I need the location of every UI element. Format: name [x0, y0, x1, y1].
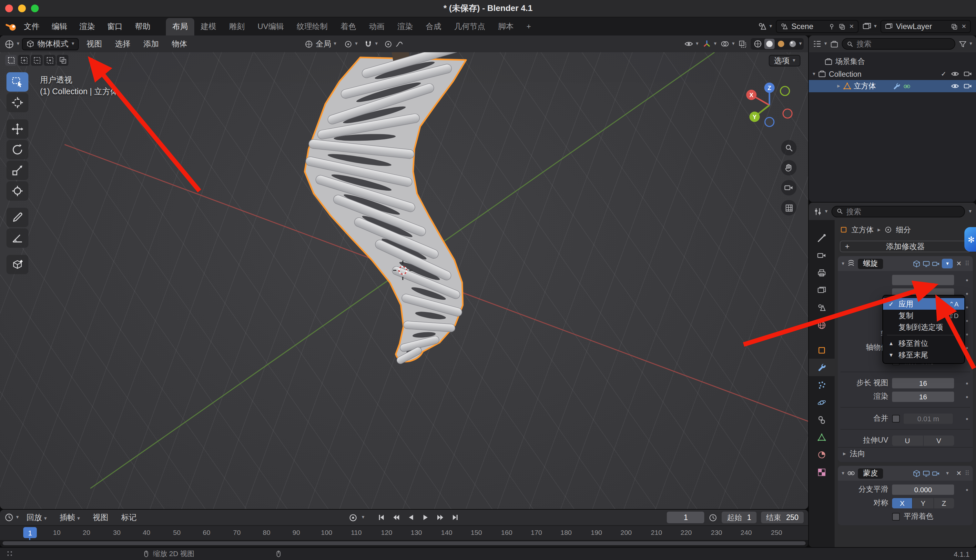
merge-distance-field[interactable]: 0.01 m — [904, 413, 953, 423]
select-mode-intersect[interactable] — [57, 55, 68, 66]
tool-move[interactable] — [7, 119, 28, 139]
branch-smoothing-field[interactable]: 0.000 — [892, 484, 954, 495]
playhead-badge[interactable]: 1 — [23, 527, 37, 538]
tab-physics[interactable] — [809, 393, 835, 411]
animate-dot[interactable]: • — [966, 289, 968, 297]
properties-editor-type-button[interactable]: ▾ — [813, 207, 828, 216]
collection-render-camera-icon[interactable] — [964, 70, 972, 78]
animate-dot[interactable]: • — [966, 276, 968, 283]
workspace-tab-layout[interactable]: 布局 — [166, 18, 194, 35]
shading-wireframe-button[interactable] — [752, 39, 763, 49]
skin-editmode-toggle-icon[interactable] — [913, 469, 921, 477]
zoom-button[interactable] — [781, 140, 797, 155]
proportional-edit-toggle[interactable] — [384, 40, 392, 48]
camera-view-button[interactable] — [781, 180, 797, 195]
scene-selector[interactable]: Scene ✕ — [776, 20, 859, 33]
merge-checkbox[interactable] — [892, 415, 900, 422]
tab-output[interactable] — [809, 264, 835, 281]
menu-item-copy-to-selected[interactable]: 复制到选定项 — [883, 321, 964, 333]
breadcrumb-object[interactable]: 立方体 — [851, 225, 874, 235]
jump-to-start-button[interactable] — [375, 512, 387, 523]
workspace-tab-add[interactable]: + — [520, 19, 537, 34]
workspace-tab-scripting[interactable]: 脚本 — [492, 18, 520, 35]
normals-subpanel[interactable]: ▸ 法向 — [838, 447, 973, 460]
stretch-u-button[interactable]: U — [892, 435, 923, 445]
tool-select-box[interactable] — [7, 72, 28, 92]
menu-item-move-to-last[interactable]: ▼ 移至末尾 — [883, 349, 964, 361]
menu-edit[interactable]: 编辑 — [46, 19, 73, 34]
current-frame-field[interactable]: 1 — [667, 512, 704, 523]
tab-object[interactable] — [809, 341, 835, 359]
overlays-toggle[interactable]: ▾ — [721, 39, 734, 48]
shading-dropdown[interactable]: ▾ — [799, 41, 802, 47]
ortho-toggle-button[interactable] — [781, 200, 797, 215]
animate-dot[interactable]: • — [966, 393, 968, 400]
pan-button[interactable] — [781, 160, 797, 175]
symmetry-x-button[interactable]: X — [892, 498, 913, 508]
tab-tool[interactable] — [809, 229, 835, 247]
viewport-menu-select[interactable]: 选择 — [110, 37, 135, 51]
tool-measure[interactable] — [7, 228, 28, 248]
cube-skin-data-icon[interactable] — [903, 82, 911, 90]
xray-toggle[interactable] — [739, 40, 747, 48]
delete-viewlayer-icon[interactable]: ✕ — [961, 23, 966, 30]
animate-dot[interactable]: • — [966, 485, 968, 493]
shading-material-button[interactable] — [776, 39, 786, 49]
shading-solid-button[interactable] — [764, 39, 774, 49]
cube-render-camera-icon[interactable] — [964, 82, 972, 90]
next-keyframe-button[interactable] — [434, 512, 446, 523]
tool-scale[interactable] — [7, 161, 28, 180]
shading-rendered-button[interactable] — [787, 39, 798, 49]
workspace-tab-geometrynodes[interactable]: 几何节点 — [448, 18, 492, 35]
menu-item-duplicate[interactable]: 复制 ⇧D — [883, 310, 964, 321]
animate-dot[interactable]: • — [966, 330, 968, 338]
copy-viewlayer-icon[interactable] — [951, 23, 958, 30]
snap-toggle[interactable]: ▾ — [364, 40, 378, 48]
viewlayer-selector[interactable]: ViewLayer ✕ — [881, 20, 971, 33]
gizmos-toggle[interactable]: ▾ — [702, 39, 716, 48]
screw-modifier-name[interactable]: 螺旋 — [858, 258, 883, 269]
skin-collapse-icon[interactable]: ▾ — [842, 471, 844, 476]
floating-app-badge[interactable]: ✻ — [964, 227, 976, 252]
tab-material[interactable] — [809, 446, 835, 463]
symmetry-y-button[interactable]: Y — [913, 498, 933, 508]
screw-extras-dropdown[interactable]: ▾ — [942, 259, 953, 268]
skin-extras-dropdown[interactable]: ▾ — [942, 468, 953, 478]
workspace-tab-modeling[interactable]: 建模 — [194, 18, 223, 35]
tool-cursor[interactable] — [7, 93, 28, 112]
stretch-v-button[interactable]: V — [923, 435, 954, 445]
outliner-row-collection[interactable]: ▾ Collection ✓ — [809, 68, 976, 80]
cube-modifier-wrench-icon[interactable] — [893, 82, 901, 90]
skin-modifier-header[interactable]: ▾ 蒙皮 ▾ ✕ ⠿ — [838, 466, 973, 481]
use-preview-range-icon[interactable] — [709, 513, 717, 522]
collection-hide-eye-icon[interactable] — [951, 70, 959, 78]
blender-logo-icon[interactable] — [5, 20, 17, 33]
timeline-menu-view[interactable]: 视图 — [87, 511, 113, 524]
timeline-menu-marker[interactable]: 标记 — [116, 511, 142, 524]
copy-scene-icon[interactable] — [839, 23, 846, 30]
transform-orientation[interactable]: 全局 ▾ — [305, 38, 336, 49]
pivot-point-button[interactable]: ▾ — [344, 40, 358, 48]
skin-realtime-toggle-icon[interactable] — [923, 469, 931, 477]
timeline-menu-playback[interactable]: 回放 ▾ — [21, 511, 52, 524]
animate-dot[interactable]: • — [966, 317, 968, 324]
symmetry-z-button[interactable]: Z — [934, 498, 954, 508]
viewlayer-browse-icon[interactable]: ▾ — [863, 22, 877, 31]
viewport-menu-add[interactable]: 添加 — [138, 37, 164, 51]
tab-scene[interactable] — [809, 299, 835, 316]
auto-keying-button[interactable] — [347, 512, 359, 523]
tab-texture[interactable] — [809, 463, 835, 481]
animate-dot[interactable]: • — [966, 415, 968, 422]
maximize-window-button[interactable] — [31, 5, 39, 12]
animate-dot[interactable]: • — [966, 379, 968, 387]
tab-particles[interactable] — [809, 376, 835, 393]
minimize-window-button[interactable] — [18, 5, 26, 12]
frame-end-field[interactable]: 结束250 — [761, 512, 804, 523]
workspace-tab-texturepaint[interactable]: 纹理绘制 — [290, 18, 334, 35]
scene-browse-icon[interactable]: ▾ — [758, 22, 772, 31]
screw-render-toggle-icon[interactable] — [933, 260, 940, 267]
steps-viewport-field[interactable]: 16 — [892, 378, 954, 388]
breadcrumb-modifier[interactable]: 细分 — [896, 225, 911, 235]
proportional-falloff-button[interactable] — [395, 40, 404, 48]
workspace-tab-animation[interactable]: 动画 — [362, 18, 391, 35]
